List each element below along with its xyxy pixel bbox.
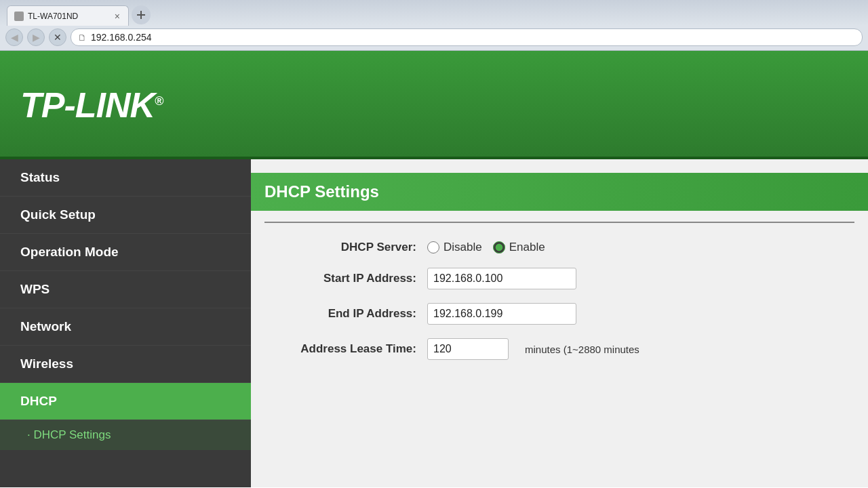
svg-rect-1 [137,14,145,16]
page-icon: 🗋 [78,33,87,43]
back-icon: ◀ [11,32,18,43]
lease-time-input[interactable] [427,338,509,360]
reload-icon: ✕ [54,32,62,43]
dhcp-server-control: Disable Enable [427,241,545,254]
active-tab[interactable]: TL-WA701ND × [7,5,129,26]
sidebar-label-network: Network [20,319,71,334]
sidebar-label-quick-setup: Quick Setup [20,207,96,222]
enable-label: Enable [509,241,545,254]
address-bar-row: ◀ ▶ ✕ 🗋 192.168.0.254 [0,26,868,50]
sidebar-label-dhcp: DHCP [20,394,57,409]
sidebar-item-wireless[interactable]: Wireless [0,346,251,383]
end-ip-row: End IP Address: [278,303,854,325]
sidebar-item-wps[interactable]: WPS [0,271,251,308]
tab-favicon [14,12,24,21]
tab-title: TL-WA701ND [28,12,109,21]
sidebar-item-status[interactable]: Status [0,159,251,197]
tab-bar: TL-WA701ND × [0,0,868,26]
new-tab-button[interactable] [132,5,151,24]
sidebar-item-dhcp[interactable]: DHCP [0,383,251,420]
end-ip-input[interactable] [427,303,576,325]
tab-close-button[interactable]: × [115,12,120,21]
end-ip-label: End IP Address: [278,307,427,321]
sidebar-item-network[interactable]: Network [0,308,251,346]
lease-time-row: Address Lease Time: minutes (1~2880 minu… [278,338,854,360]
sidebar-label-operation-mode: Operation Mode [20,245,119,260]
disable-radio[interactable] [427,241,439,253]
sidebar-label-status: Status [20,170,60,185]
dhcp-form: DHCP Server: Disable Enable St [251,234,868,380]
sidebar: Status Quick Setup Operation Mode WPS Ne… [0,159,251,487]
enable-radio[interactable] [493,241,505,253]
content-area: Status Quick Setup Operation Mode WPS Ne… [0,159,868,487]
sidebar-item-quick-setup[interactable]: Quick Setup [0,197,251,234]
forward-icon: ▶ [33,32,40,43]
start-ip-control [427,268,576,289]
lease-time-note: minutes (1~2880 minutes [525,344,639,355]
reload-button[interactable]: ✕ [49,28,66,46]
dhcp-server-label: DHCP Server: [278,241,427,254]
page: TP-LINK® Status Quick Setup Operation Mo… [0,51,868,487]
lease-time-control: minutes (1~2880 minutes [427,338,639,360]
address-bar[interactable]: 🗋 192.168.0.254 [71,28,863,46]
main-content: DHCP Settings DHCP Server: Disable Enabl… [251,159,868,487]
back-button[interactable]: ◀ [5,28,23,46]
sidebar-label-wps: WPS [20,282,50,297]
section-title: DHCP Settings [264,182,379,201]
enable-option[interactable]: Enable [493,241,545,254]
sidebar-label-wireless: Wireless [20,357,73,371]
sidebar-item-operation-mode[interactable]: Operation Mode [0,234,251,271]
browser-chrome: TL-WA701ND × ◀ ▶ ✕ 🗋 192.168.0.254 [0,0,868,51]
section-header: DHCP Settings [251,173,868,211]
start-ip-input[interactable] [427,268,576,289]
start-ip-label: Start IP Address: [278,272,427,285]
lease-time-label: Address Lease Time: [278,342,427,356]
end-ip-control [427,303,576,325]
disable-label: Disable [443,241,482,254]
dhcp-server-row: DHCP Server: Disable Enable [278,241,854,254]
section-divider [264,222,854,223]
start-ip-row: Start IP Address: [278,268,854,289]
sidebar-sublabel-dhcp-settings: · DHCP Settings [27,428,111,442]
header-banner: TP-LINK® [0,51,868,159]
address-value: 192.168.0.254 [91,32,152,43]
disable-option[interactable]: Disable [427,241,482,254]
sidebar-subitem-dhcp-settings[interactable]: · DHCP Settings [0,420,251,450]
forward-button[interactable]: ▶ [27,28,45,46]
tp-link-logo: TP-LINK® [20,85,163,125]
